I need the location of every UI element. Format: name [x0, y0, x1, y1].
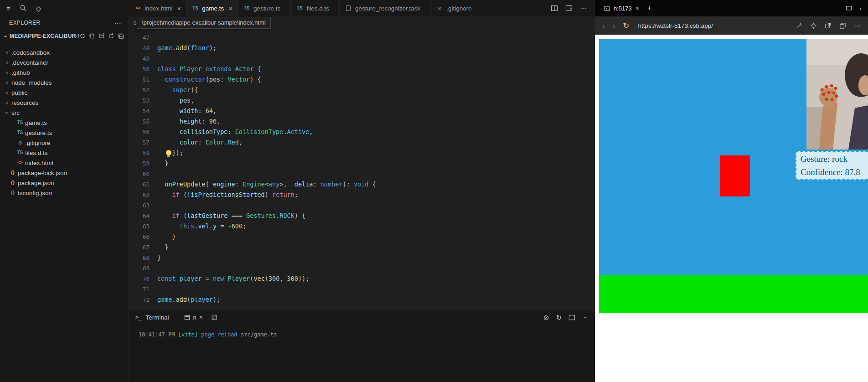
- main-area: EXPLORER ⋯ › MEDIAPIPE-EXCALIBUR-S...: [0, 16, 595, 382]
- editor-more-icon[interactable]: ⋯: [580, 5, 587, 12]
- close-browser-tab-icon[interactable]: ×: [636, 5, 639, 12]
- duplicate-tab-icon[interactable]: [839, 22, 846, 29]
- new-file-icon[interactable]: [89, 33, 95, 39]
- layout-icon[interactable]: [565, 5, 573, 12]
- new-tab-icon[interactable]: +: [647, 4, 651, 12]
- tree-item-label: game.ts: [25, 119, 47, 126]
- browser-tab[interactable]: n:5173 ×: [600, 0, 643, 16]
- code-text: }: [157, 232, 176, 242]
- tree-item-index.html[interactable]: <>index.html: [0, 158, 129, 168]
- split-editor-icon[interactable]: [551, 5, 558, 12]
- tab-label: game.ts: [202, 5, 224, 12]
- sandbox-task-icon[interactable]: [211, 314, 217, 320]
- tree-item-package.json[interactable]: {}package.json: [0, 178, 129, 188]
- panel-collapse-icon[interactable]: ›: [583, 315, 589, 321]
- code-text: this.vel.y = -600;: [157, 221, 246, 232]
- code-line: 70const player = new Player(vec(300, 300…: [129, 274, 595, 284]
- new-folder-icon[interactable]: [98, 33, 105, 39]
- tree-item-tsconfig.json[interactable]: {}tsconfig.json: [0, 188, 129, 198]
- line-number: 48: [129, 43, 157, 53]
- ts-file-icon: TS: [243, 6, 250, 10]
- explorer-title: EXPLORER: [9, 20, 41, 26]
- tab-gesture.ts[interactable]: TSgesture.ts: [238, 0, 291, 16]
- tab-index.html[interactable]: <>index.html×: [129, 0, 186, 16]
- html-file-icon: <>: [134, 6, 141, 10]
- settings-icon[interactable]: [810, 22, 817, 29]
- project-root-row[interactable]: › MEDIAPIPE-EXCALIBUR-S...: [0, 29, 129, 43]
- game-canvas[interactable]: Gesture: rock Confidence: 87.8: [599, 39, 868, 313]
- json-file-icon: {}: [9, 181, 16, 185]
- refresh-explorer-icon[interactable]: [108, 33, 114, 39]
- code-line: 63: [129, 200, 595, 211]
- code-text: }: [157, 242, 168, 253]
- tree-item-.gitignore[interactable]: ⊘.gitignore: [0, 138, 129, 148]
- tree-item-files.d.ts[interactable]: TSfiles.d.ts: [0, 148, 129, 158]
- tree-item-src[interactable]: ›src: [0, 108, 129, 118]
- code-line: 58 });: [129, 148, 595, 158]
- reload-icon[interactable]: ↻: [623, 22, 629, 30]
- terminal-panel: >_ Terminal n × ⊘: [129, 310, 595, 382]
- line-number: 60: [129, 169, 157, 179]
- close-terminal-icon[interactable]: ×: [199, 314, 203, 321]
- file-icon: [346, 5, 351, 11]
- tab-label: gesture.ts: [253, 5, 280, 12]
- code-text: if (!isPredictionsStarted) return;: [157, 190, 298, 200]
- tab-.gitignore[interactable]: ⊘.gitignore: [431, 0, 482, 16]
- breadcrumb-text: s: [134, 19, 137, 26]
- line-number: 51: [129, 74, 157, 85]
- editor-pane: s \project\mediapipe-excalibur-sample\in…: [129, 16, 595, 382]
- open-devtools-icon[interactable]: [825, 22, 832, 29]
- restore-window-icon[interactable]: [846, 5, 852, 11]
- forward-icon[interactable]: ›: [613, 22, 615, 30]
- address-bar[interactable]: https://wztslr-5173.csb.app/: [638, 22, 713, 29]
- tree-item-.github[interactable]: ›.github: [0, 67, 129, 77]
- code-line: 52 super({: [129, 85, 595, 95]
- browser-more-icon[interactable]: ⋯: [854, 22, 861, 29]
- titlebar-icons: ≡ ◇: [0, 0, 129, 16]
- close-tab-icon[interactable]: ×: [177, 5, 181, 12]
- tree-item-public[interactable]: ›public: [0, 88, 129, 98]
- panel-layout-icon[interactable]: [568, 314, 575, 321]
- tree-item-package-lock.json[interactable]: {}package-lock.json: [0, 168, 129, 178]
- tree-item-label: gesture.ts: [25, 129, 52, 136]
- line-number: 61: [129, 179, 157, 190]
- tree-item-.devcontainer[interactable]: ›.devcontainer: [0, 57, 129, 67]
- terminal-output[interactable]: 10:41:47 PM [vite] page reload src/game.…: [129, 324, 595, 382]
- close-tab-icon[interactable]: ×: [228, 5, 232, 12]
- sandbox-icon[interactable]: ◇: [36, 5, 41, 12]
- tree-item-label: node_modules: [11, 79, 52, 86]
- tree-item-.codesandbox[interactable]: ›.codesandbox: [0, 47, 129, 57]
- menu-icon[interactable]: ≡: [6, 5, 10, 12]
- expand-icon[interactable]: ›: [859, 5, 862, 12]
- tree-item-node_modules[interactable]: ›node_modules: [0, 77, 129, 88]
- line-number: 54: [129, 106, 157, 116]
- tree-item-label: files.d.ts: [25, 150, 48, 156]
- editor-actions: ⋯: [551, 0, 595, 16]
- lightbulb-icon[interactable]: [166, 150, 171, 155]
- line-number: 65: [129, 221, 157, 232]
- tab-files.d.ts[interactable]: TSfiles.d.ts: [291, 0, 340, 16]
- chevron-right-icon: ›: [4, 49, 10, 56]
- code-editor[interactable]: 4748game.add(floor);4950class Player ext…: [129, 29, 595, 310]
- tab-game.ts[interactable]: TSgame.ts×: [186, 0, 238, 16]
- tree-item-label: .devcontainer: [11, 59, 48, 66]
- code-text: onPreUpdate(_engine: Engine<any>, _delta…: [157, 179, 376, 190]
- terminal-tab-label: n: [193, 314, 196, 321]
- tab-gesture_recognizer.task[interactable]: gesture_recognizer.task: [340, 0, 431, 16]
- terminal-restart-icon[interactable]: ↻: [556, 314, 562, 321]
- code-line: 47: [129, 32, 595, 43]
- terminal-clear-icon[interactable]: ⊘: [543, 314, 549, 321]
- tree-item-gesture.ts[interactable]: TSgesture.ts: [0, 128, 129, 138]
- collapse-all-icon[interactable]: [118, 33, 124, 39]
- explorer-more-icon[interactable]: ⋯: [114, 20, 121, 26]
- search-icon[interactable]: [20, 5, 27, 12]
- chevron-down-icon: ›: [4, 110, 10, 116]
- chevron-right-icon: ›: [4, 79, 10, 86]
- wand-icon[interactable]: [796, 22, 802, 29]
- back-icon[interactable]: ‹: [602, 22, 605, 30]
- tree-item-resources[interactable]: ›resources: [0, 98, 129, 108]
- tree-item-game.ts[interactable]: TSgame.ts: [0, 118, 129, 128]
- terminal-panel-title[interactable]: Terminal: [145, 314, 169, 321]
- sync-icon[interactable]: [79, 33, 86, 39]
- terminal-tab[interactable]: n ×: [184, 314, 202, 321]
